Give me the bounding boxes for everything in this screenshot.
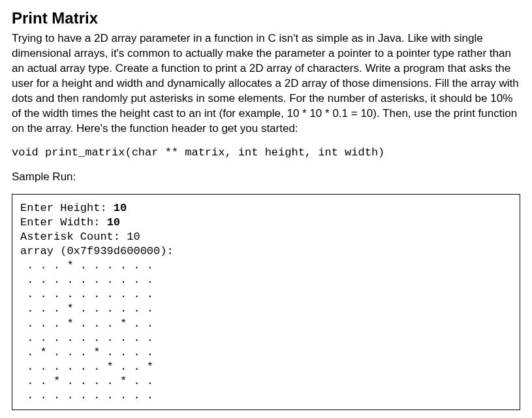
matrix-row: . . . * . . . . . .	[20, 302, 153, 315]
matrix-row: . . . * . . . * . .	[20, 317, 153, 330]
array-address-line: array (0x7f939d600000):	[20, 245, 174, 257]
sample-run-output: Enter Height: 10 Enter Width: 10 Asteris…	[12, 194, 520, 410]
matrix-row: . . . . . . . . . .	[20, 274, 153, 286]
sample-run-label: Sample Run:	[12, 170, 520, 185]
matrix-row: . . . . . . . . . .	[20, 389, 153, 402]
matrix-row: . * . . . * . . . .	[20, 346, 153, 359]
problem-description: Trying to have a 2D array parameter in a…	[12, 31, 520, 137]
prompt-width-label: Enter Width:	[20, 216, 107, 229]
prompt-height-label: Enter Height:	[20, 202, 114, 214]
matrix-row: . . . . . . . . . .	[20, 332, 153, 344]
matrix-row: . . . . . . . . . .	[20, 288, 153, 300]
page-title: Print Matrix	[12, 8, 520, 29]
matrix-row: . . * . . . . * . .	[20, 375, 153, 387]
function-header-code: void print_matrix(char ** matrix, int he…	[12, 146, 520, 161]
matrix-row: . . . . . . * . . *	[20, 361, 153, 373]
matrix-row: . . . * . . . . . .	[20, 259, 153, 272]
asterisk-count-line: Asterisk Count: 10	[20, 231, 140, 243]
prompt-height-value: 10	[114, 202, 127, 214]
prompt-width-value: 10	[107, 216, 120, 229]
